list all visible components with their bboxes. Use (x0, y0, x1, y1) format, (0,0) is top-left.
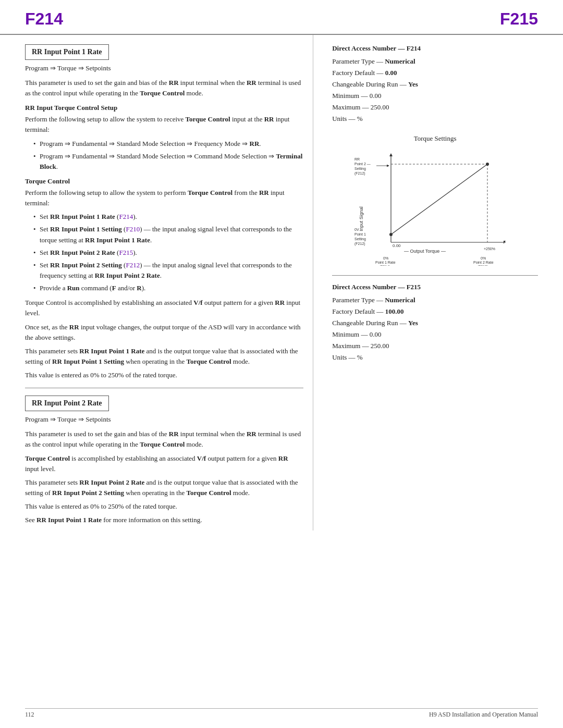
bullet-item: Set RR Input Point 2 Rate (F215). (33, 248, 303, 258)
f214-units: Units — % (332, 113, 538, 125)
bullet-item: Provide a Run command (F and/or R). (33, 283, 303, 293)
svg-text:(F215): (F215) (478, 265, 488, 266)
f214-desc4: This parameter sets RR Input Point 1 Rat… (25, 346, 303, 367)
svg-text:0%: 0% (383, 256, 388, 260)
f215-maximum: Maximum — 250.00 (332, 340, 538, 352)
main-content: RR Input Point 1 Rate Program ⇒ Torque ⇒… (0, 35, 563, 530)
svg-text:Point 1 Rate: Point 1 Rate (375, 261, 396, 264)
svg-text:— Output Torque —: — Output Torque — (404, 249, 446, 254)
f214-desc2: Torque Control is accomplished by establ… (25, 298, 303, 318)
page-number: 112 (25, 711, 34, 719)
svg-text:Setting: Setting (354, 237, 366, 241)
header-f214: F214 (25, 9, 63, 29)
svg-text:0%: 0% (481, 256, 486, 260)
f214-section-title: RR Input Point 1 Rate (32, 48, 102, 56)
f214-factory-default: Factory Default — 0.00 (332, 67, 538, 79)
f215-breadcrumb: Program ⇒ Torque ⇒ Setpoints (25, 415, 303, 424)
svg-text:(F214): (F214) (380, 265, 390, 266)
f215-section-title: RR Input Point 2 Rate (32, 399, 102, 407)
right-divider (332, 275, 538, 276)
f215-desc3: This parameter sets RR Input Point 2 Rat… (25, 477, 303, 498)
bullet-item: Set RR Input Point 1 Setting (F210) — th… (33, 224, 303, 245)
f215-factory-default: Factory Default — 100.00 (332, 306, 538, 317)
svg-text:Setting: Setting (354, 167, 366, 171)
f214-subsection1-desc: Perform the following setup to allow the… (25, 114, 303, 135)
svg-text:(F212): (F212) (354, 242, 365, 246)
f214-section-box: RR Input Point 1 Rate (25, 44, 109, 60)
torque-settings-svg: RR Point 2 — Setting (F212) 0V Point 1 S… (354, 146, 516, 266)
svg-text:Point 2 —: Point 2 — (354, 162, 371, 166)
f215-units: Units — % (332, 352, 538, 363)
svg-marker-8 (389, 153, 393, 156)
svg-point-6 (486, 163, 489, 166)
f214-changeable: Changeable During Run — Yes (332, 79, 538, 90)
svg-text:(F212): (F212) (354, 171, 365, 176)
f214-param-type: Parameter Type — Numerical (332, 56, 538, 67)
svg-text:Point 2 Rate: Point 2 Rate (473, 261, 494, 264)
f214-subsection1-title: RR Input Torque Control Setup (25, 104, 303, 112)
bullet-item: Set RR Input Point 2 Setting (F212) — th… (33, 260, 303, 281)
f214-minimum: Minimum — 0.00 (332, 90, 538, 102)
diagram-title: Torque Settings (332, 134, 538, 143)
f214-subsection2-title: Torque Control (25, 177, 303, 186)
f215-changeable: Changeable During Run — Yes (332, 317, 538, 329)
svg-text:0.00: 0.00 (393, 243, 401, 248)
left-divider (25, 388, 303, 388)
svg-text:RR: RR (354, 157, 360, 161)
page-footer: 112 H9 ASD Installation and Operation Ma… (25, 708, 538, 719)
f215-info: Direct Access Number — F215 Parameter Ty… (332, 283, 538, 364)
f214-bullets2: Set RR Input Point 1 Rate (F214). Set RR… (25, 212, 303, 293)
svg-text:Input Signal: Input Signal (359, 206, 364, 231)
right-column: Direct Access Number — F214 Parameter Ty… (332, 35, 538, 530)
bullet-item: Program ⇒ Fundamental ⇒ Standard Mode Se… (33, 139, 303, 149)
f214-breadcrumb: Program ⇒ Torque ⇒ Setpoints (25, 64, 303, 72)
bullet-item: Set RR Input Point 1 Rate (F214). (33, 212, 303, 222)
f214-direct-access: Direct Access Number — F214 (332, 44, 538, 53)
svg-line-2 (391, 164, 487, 235)
f215-minimum: Minimum — 0.00 (332, 329, 538, 340)
manual-title: H9 ASD Installation and Operation Manual (429, 711, 538, 719)
f214-desc1: This parameter is used to set the gain a… (25, 78, 303, 98)
f215-param-type: Parameter Type — Numerical (332, 294, 538, 306)
svg-text:+250%: +250% (484, 247, 495, 251)
bullet-item: Program ⇒ Fundamental ⇒ Standard Mode Se… (33, 151, 303, 172)
left-column: RR Input Point 1 Rate Program ⇒ Torque ⇒… (25, 35, 313, 530)
f215-desc2: Torque Control is accomplished by establ… (25, 453, 303, 474)
f214-info: Direct Access Number — F214 Parameter Ty… (332, 44, 538, 125)
f214-bullets1: Program ⇒ Fundamental ⇒ Standard Mode Se… (25, 139, 303, 172)
page-header: F214 F215 (0, 0, 563, 35)
f215-block: RR Input Point 2 Rate Program ⇒ Torque ⇒… (25, 396, 303, 525)
f214-block: RR Input Point 1 Rate Program ⇒ Torque ⇒… (25, 44, 303, 380)
f214-maximum: Maximum — 250.00 (332, 102, 538, 113)
svg-point-5 (389, 233, 393, 236)
f215-desc5: See RR Input Point 1 Rate for more infor… (25, 515, 303, 525)
torque-diagram: Torque Settings (332, 134, 538, 266)
f215-section-box: RR Input Point 2 Rate (25, 396, 109, 411)
f214-desc3: Once set, as the RR input voltage change… (25, 322, 303, 343)
f215-direct-access: Direct Access Number — F215 (332, 283, 538, 291)
f214-desc5: This value is entered as 0% to 250% of t… (25, 370, 303, 380)
f214-subsection2-desc: Perform the following setup to allow the… (25, 188, 303, 208)
svg-text:Point 1: Point 1 (354, 232, 366, 236)
f215-desc4: This value is entered as 0% to 250% of t… (25, 501, 303, 512)
f215-desc1: This parameter is used to set the gain a… (25, 429, 303, 450)
header-f215: F215 (500, 9, 538, 29)
